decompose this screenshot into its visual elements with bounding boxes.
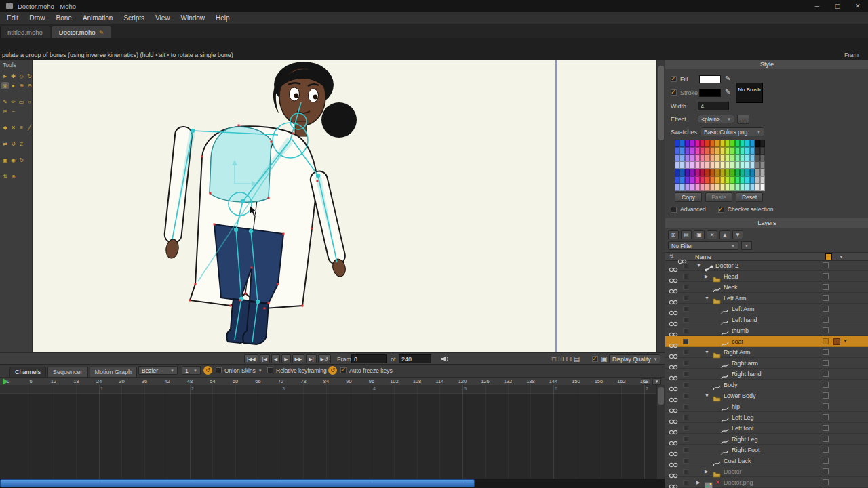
layer-expander[interactable]: ▼ bbox=[705, 393, 709, 398]
view-option-checkbox[interactable] bbox=[592, 356, 598, 362]
loop-button[interactable]: ▶↺ bbox=[318, 354, 331, 363]
layer-expander[interactable]: ▼ bbox=[705, 350, 709, 354]
timeline-vertical-scrollbar[interactable] bbox=[656, 385, 665, 479]
layer-channel-checkbox[interactable] bbox=[823, 327, 829, 333]
layer-channel-checkbox[interactable] bbox=[823, 306, 829, 312]
layer-extra-toggle[interactable] bbox=[683, 263, 688, 268]
play-reverse-button[interactable]: ◀ bbox=[271, 354, 280, 363]
layer-channel-checkbox[interactable] bbox=[823, 458, 829, 464]
layer-extra-toggle[interactable] bbox=[683, 371, 688, 377]
close-button[interactable]: ✕ bbox=[848, 0, 868, 12]
timeline-zoom-out-button[interactable]: ▼ bbox=[652, 378, 661, 385]
zoom-workspace-tool[interactable]: ⊕ bbox=[9, 173, 17, 180]
onion-skins-checkbox[interactable] bbox=[216, 367, 222, 373]
layer-extra-toggle[interactable] bbox=[683, 296, 688, 301]
display-quality-dropdown[interactable]: Display Quality bbox=[609, 354, 660, 363]
layer-extra-toggle[interactable] bbox=[683, 274, 688, 279]
document-tab[interactable]: Doctor.moho✎ bbox=[52, 26, 111, 38]
timeline-ruler[interactable]: ▲ ▼ 061218243036424854606672788490961021… bbox=[0, 377, 665, 385]
interpolation-dropdown[interactable]: Bezier bbox=[138, 366, 178, 375]
canvas-viewport[interactable] bbox=[33, 60, 665, 352]
layer-extra-toggle[interactable] bbox=[683, 480, 688, 485]
menu-help[interactable]: Help bbox=[210, 12, 235, 24]
translate-bone-tool[interactable]: ✚ bbox=[9, 73, 17, 80]
layer-row[interactable]: Left Leg bbox=[665, 412, 868, 423]
timeline-horizontal-thumb[interactable] bbox=[0, 479, 475, 487]
layer-extra-toggle[interactable] bbox=[683, 339, 688, 344]
layer-row[interactable]: Left foot bbox=[665, 423, 868, 434]
layer-extra-toggle[interactable] bbox=[683, 317, 688, 323]
delete-shape-tool[interactable]: ✕ bbox=[9, 124, 17, 131]
layer-extra-toggle[interactable] bbox=[683, 361, 688, 366]
scale-bone-tool[interactable]: ◇ bbox=[18, 73, 25, 80]
layer-channel-checkbox[interactable] bbox=[823, 382, 829, 388]
layer-row[interactable]: ▶Head bbox=[665, 271, 868, 282]
keyframing-mode-icon[interactable]: ↺ bbox=[328, 366, 337, 375]
play-button[interactable]: ▶ bbox=[281, 354, 290, 363]
layer-channel-checkbox[interactable] bbox=[823, 479, 829, 485]
orbit-camera-tool[interactable]: ◉ bbox=[9, 157, 17, 164]
current-frame-input[interactable] bbox=[351, 354, 387, 363]
document-tab[interactable]: ntitled.moho bbox=[0, 26, 50, 38]
layer-channel-checkbox[interactable] bbox=[823, 284, 829, 290]
layer-channel-checkbox[interactable] bbox=[823, 295, 829, 301]
layer-channel-checkbox[interactable] bbox=[823, 403, 829, 409]
depth-dropdown[interactable]: 1 bbox=[182, 366, 201, 375]
select-bone-tool[interactable]: ► bbox=[1, 73, 9, 80]
layer-extra-toggle[interactable] bbox=[683, 404, 688, 409]
timeline-horizontal-scrollbar[interactable] bbox=[0, 479, 665, 488]
layer-channel-checkbox[interactable] bbox=[823, 338, 829, 344]
canvas-vertical-scrollbar[interactable] bbox=[656, 60, 665, 353]
cycle-toggle-icon[interactable]: ↺ bbox=[203, 366, 212, 375]
layer-row[interactable]: Right Foot bbox=[665, 445, 868, 455]
relative-keyframing-checkbox[interactable] bbox=[267, 367, 273, 373]
draw-blob-tool[interactable]: ✏ bbox=[9, 98, 17, 106]
menu-draw[interactable]: Draw bbox=[24, 12, 50, 24]
layer-row[interactable]: Left Arm bbox=[665, 304, 868, 314]
manipulate-bones-tool[interactable]: ◎ bbox=[1, 82, 9, 89]
layer-extra-toggle[interactable] bbox=[683, 426, 688, 431]
layer-extra-toggle[interactable] bbox=[683, 469, 688, 474]
layer-row[interactable]: ▼Lower Body bbox=[665, 390, 868, 401]
layer-extra-toggle[interactable] bbox=[683, 382, 688, 388]
layer-extra-toggle[interactable] bbox=[683, 285, 688, 290]
layer-extra-toggle[interactable] bbox=[683, 436, 688, 442]
transform-layer-tool[interactable]: ⇄ bbox=[1, 140, 9, 148]
track-camera-tool[interactable]: ▣ bbox=[1, 157, 9, 164]
layer-row[interactable]: Neck bbox=[665, 282, 868, 293]
layer-channel-checkbox[interactable] bbox=[823, 273, 829, 279]
layer-extra-toggle[interactable] bbox=[683, 350, 688, 355]
timeline-scroll-thumb[interactable] bbox=[658, 387, 664, 405]
layer-row[interactable]: Coat back bbox=[665, 455, 868, 466]
add-bone-tool[interactable]: ⊕ bbox=[18, 82, 25, 89]
layer-expander[interactable]: ▼ bbox=[696, 263, 701, 268]
layer-channel-checkbox[interactable] bbox=[823, 392, 829, 399]
layer-row[interactable]: ▼Left Arm bbox=[665, 293, 868, 304]
maximize-button[interactable]: ▢ bbox=[827, 0, 848, 12]
layer-visibility-toggle[interactable] bbox=[669, 480, 678, 488]
layer-row[interactable]: ▶Doctor bbox=[665, 466, 868, 477]
layer-channel-checkbox[interactable] bbox=[823, 436, 829, 442]
layer-row[interactable]: ▼Doctor 2 bbox=[665, 260, 868, 271]
layer-extra-toggle[interactable] bbox=[683, 306, 688, 312]
layer-row[interactable]: Body bbox=[665, 380, 868, 390]
layer-expander[interactable]: ▶ bbox=[696, 480, 700, 485]
camera-view-icon[interactable]: ▣ bbox=[601, 354, 607, 363]
layer-row[interactable]: Right Leg bbox=[665, 434, 868, 445]
menu-window[interactable]: Window bbox=[175, 12, 210, 24]
draw-freehand-tool[interactable]: ✎ bbox=[1, 98, 9, 106]
onion-skins-control[interactable]: Onion Skins ▼ bbox=[216, 366, 262, 375]
minimize-button[interactable]: ─ bbox=[807, 0, 827, 12]
curvature-tool[interactable]: ~ bbox=[9, 108, 17, 115]
menu-scripts[interactable]: Scripts bbox=[118, 12, 150, 24]
canvas-scroll-thumb[interactable] bbox=[658, 66, 664, 140]
view-mode-icon-4[interactable]: ▤ bbox=[574, 354, 580, 363]
layer-channel-checkbox[interactable] bbox=[823, 371, 829, 377]
auto-freeze-control[interactable]: Auto-freeze keys bbox=[340, 366, 393, 375]
step-back-button[interactable]: |◀ bbox=[260, 354, 270, 363]
bone-strength-tool[interactable]: ● bbox=[9, 82, 17, 89]
layer-row[interactable]: Right hand bbox=[665, 369, 868, 380]
layer-row[interactable]: Left hand bbox=[665, 314, 868, 325]
paint-bucket-tool[interactable]: ◆ bbox=[1, 124, 9, 131]
audio-icon[interactable] bbox=[441, 355, 450, 363]
